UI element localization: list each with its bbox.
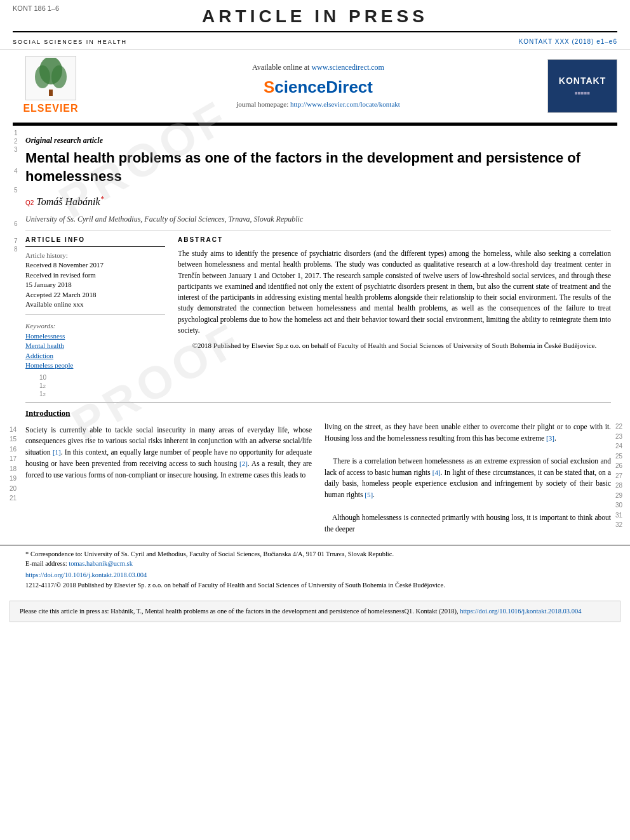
elsevier-brand-name: ELSEVIER xyxy=(23,102,78,116)
introduction-heading: Introduction xyxy=(25,408,312,419)
citation-box: Please cite this article in press as: Ha… xyxy=(10,601,620,622)
article-content: 1 2 3 Original research article 4 5 Ment… xyxy=(0,126,630,403)
info-divider xyxy=(25,314,165,315)
ref-2[interactable]: [2] xyxy=(239,460,248,467)
journal-homepage-url[interactable]: http://www.elsevier.com/locate/kontakt xyxy=(290,100,400,108)
line-number-10: 10 xyxy=(39,373,46,382)
ref-5[interactable]: [5] xyxy=(365,491,373,498)
intro-divider xyxy=(25,402,611,403)
revised-form-label: Received in revised form xyxy=(25,270,165,280)
line-number-12: 12 xyxy=(39,390,46,399)
header-strip: SOCIAL SCIENCES IN HEALTH KONTAKT XXX (2… xyxy=(0,35,630,50)
abstract-copyright: ©2018 Published by Elsevier Sp.z o.o. on… xyxy=(178,341,611,350)
keyword-homeless-people[interactable]: Homeless people xyxy=(25,361,165,370)
ref-4[interactable]: [4] xyxy=(432,469,441,476)
ref-3[interactable]: [3] xyxy=(546,434,554,442)
email-line: E-mail address: tomas.habanik@ucm.sk xyxy=(25,559,611,569)
article-history-label: Article history: xyxy=(25,251,165,260)
intro-left-column: Introduction 1415161718192021 Society is… xyxy=(25,408,312,535)
line-number-5: 5 xyxy=(14,186,18,195)
introduction-columns: Introduction 1415161718192021 Society is… xyxy=(25,408,611,535)
kont-label: KONT 186 1–6 xyxy=(13,4,59,13)
available-online: Available online xxx xyxy=(25,300,165,309)
intro-right-column: 2223242526272829303132 living on the str… xyxy=(325,408,611,535)
keyword-mental-health[interactable]: Mental health xyxy=(25,341,165,350)
author-name: Tomáš Habánik* xyxy=(36,194,104,210)
line-number-4: 4 xyxy=(14,167,18,176)
svg-point-2 xyxy=(51,65,67,88)
keyword-homelessness[interactable]: Homelessness xyxy=(25,331,165,341)
abstract-text: The study aims to identify the presence … xyxy=(178,248,611,336)
sciencedirect-brand: SScienceDirectcienceDirect xyxy=(102,76,535,98)
svg-point-1 xyxy=(35,65,50,88)
article-in-press-banner: ARTICLE IN PRESS xyxy=(202,6,428,26)
keyword-addiction[interactable]: Addiction xyxy=(25,351,165,361)
correspondence-note: * Correspondence to: University of Ss. C… xyxy=(25,549,611,559)
line-number-3: 3 xyxy=(14,145,18,154)
introduction-section: Introduction 1415161718192021 Society is… xyxy=(0,402,630,535)
article-info-heading: ARTICLE INFO xyxy=(25,236,165,247)
footnote-section: * Correspondence to: University of Ss. C… xyxy=(0,545,630,594)
intro-left-text: Society is currently able to tackle soci… xyxy=(25,425,312,481)
revised-date: 15 January 2018 xyxy=(25,280,165,290)
journal-header: ELSEVIER Available online at www.science… xyxy=(0,50,630,122)
kontakt-journal-logo: KONTAKT ■■■■■ xyxy=(547,59,617,113)
sciencedirect-url[interactable]: www.sciencedirect.com xyxy=(311,63,384,72)
available-online-text: Available online at www.sciencedirect.co… xyxy=(102,62,535,73)
article-info-abstract-section: ARTICLE INFO Article history: Received 8… xyxy=(25,236,611,370)
journal-center-info: Available online at www.sciencedirect.co… xyxy=(102,62,535,110)
article-title: Mental health problems as one of the fac… xyxy=(25,149,611,185)
line-number-1: 1 xyxy=(14,129,18,138)
keywords-label: Keywords: xyxy=(25,321,165,331)
author-asterisk: * xyxy=(100,194,104,203)
line-number-11: 12 xyxy=(39,382,46,390)
top-banner: KONT 186 1–6 ARTICLE IN PRESS xyxy=(0,0,630,35)
citation-text: Please cite this article in press as: Ha… xyxy=(20,608,459,615)
article-type-label: Original research article xyxy=(25,135,611,146)
line-number-8: 8 xyxy=(14,245,18,254)
email-link[interactable]: tomas.habanik@ucm.sk xyxy=(69,560,133,567)
q-label-author: Q2 xyxy=(25,199,34,208)
citation-doi-link[interactable]: https://doi.org/10.1016/j.kontakt.2018.0… xyxy=(460,608,581,615)
page: PROOF PROOF KONT 186 1–6 ARTICLE IN PRES… xyxy=(0,0,630,840)
abstract-column: ABSTRACT The study aims to identify the … xyxy=(178,236,611,370)
line-number-6: 6 xyxy=(14,220,18,229)
social-sciences-label: SOCIAL SCIENCES IN HEALTH xyxy=(13,38,127,46)
ref-1[interactable]: [1] xyxy=(53,448,61,456)
article-divider-1 xyxy=(25,230,611,230)
kontakt-reference: KONTAKT XXX (2018) e1–e6 xyxy=(519,37,617,46)
svg-rect-3 xyxy=(49,90,53,96)
issn-text: 1212-4117/© 2018 Published by Elsevier S… xyxy=(25,580,611,590)
line-number-2: 2 xyxy=(14,137,18,146)
abstract-heading: ABSTRACT xyxy=(178,236,611,244)
line-number-7: 7 xyxy=(14,237,18,246)
author-affiliation: University of Ss. Cyril and Methodius, F… xyxy=(25,214,611,225)
article-info-column: ARTICLE INFO Article history: Received 8… xyxy=(25,236,165,370)
doi-link[interactable]: https://doi.org/10.1016/j.kontakt.2018.0… xyxy=(25,571,147,578)
accepted-date: Accepted 22 March 2018 xyxy=(25,290,165,300)
journal-homepage-line: journal homepage: http://www.elsevier.co… xyxy=(102,100,535,109)
elsevier-logo: ELSEVIER xyxy=(13,56,89,116)
intro-right-text: living on the street, as they have been … xyxy=(325,422,611,535)
elsevier-tree-logo xyxy=(25,56,76,100)
received-date: Received 8 November 2017 xyxy=(25,260,165,270)
